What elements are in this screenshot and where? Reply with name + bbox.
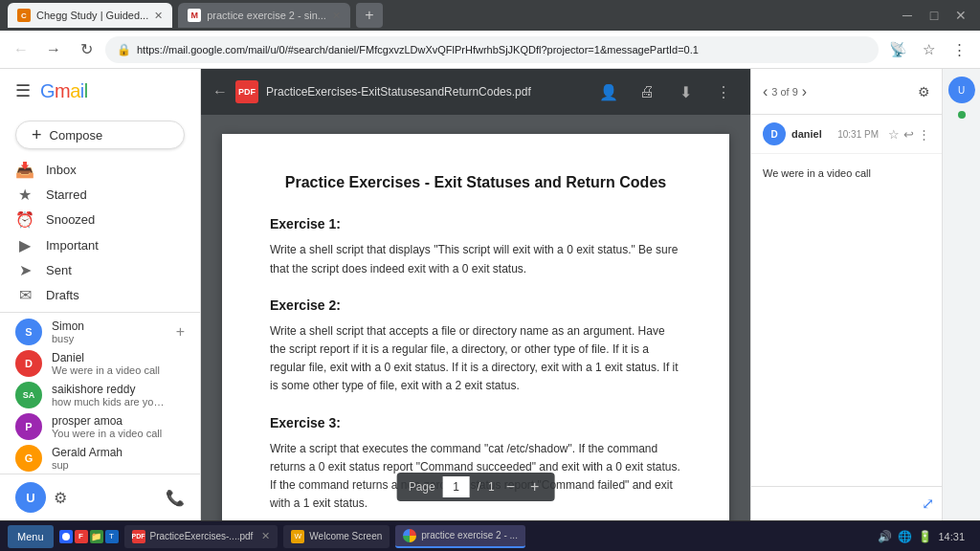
sidebar-item-sent[interactable]: ➤ Sent xyxy=(0,257,185,282)
sidebar-item-drafts[interactable]: ✉ Drafts xyxy=(0,282,185,307)
contact-saikishore[interactable]: SA saikishore reddy how much kids are yo… xyxy=(0,379,200,410)
user-small-avatar[interactable]: U xyxy=(948,77,975,103)
user-avatar[interactable]: U xyxy=(15,482,46,513)
exercise-2-body: Write a shell script that accepts a file… xyxy=(270,322,681,396)
pdf-zoom-out-button[interactable]: − xyxy=(502,476,519,497)
maximize-button[interactable]: □ xyxy=(923,4,946,27)
user-panel: U xyxy=(942,69,980,520)
sidebar-item-important[interactable]: ▶ Important xyxy=(0,232,185,257)
tray-icon-battery[interactable]: 🔋 xyxy=(918,530,932,543)
pdf-page-label: Page xyxy=(409,480,435,494)
gmail-header: ☰ Gmail xyxy=(0,69,200,113)
contact-daniel[interactable]: D Daniel We were in a video call xyxy=(0,347,200,379)
email-nav: ‹ 3 of 9 › xyxy=(763,83,807,100)
email-counter: 3 of 9 xyxy=(771,86,798,98)
pdf-file-icon: PDF xyxy=(235,80,258,103)
cast-button[interactable]: 📡 xyxy=(884,36,911,63)
inbox-icon: 📥 xyxy=(15,161,34,179)
tray-icon-2[interactable]: 🌐 xyxy=(898,530,912,543)
lock-icon: 🔒 xyxy=(117,43,131,56)
taskbar-app-welcome[interactable]: W Welcome Screen xyxy=(283,525,390,548)
hamburger-icon[interactable]: ☰ xyxy=(15,80,31,101)
pdf-page: Practice Exercises - Exit Statuses and R… xyxy=(222,134,729,520)
nav-bar: ← → ↻ 🔒 https://mail.google.com/mail/u/0… xyxy=(0,31,980,69)
tab-gmail-close[interactable]: ✕ xyxy=(332,10,341,22)
forward-button[interactable]: → xyxy=(40,36,67,63)
pdf-person-icon[interactable]: 👤 xyxy=(593,77,624,107)
taskbar-app-chrome[interactable]: practice exercise 2 - ... xyxy=(395,525,525,548)
tab-gmail[interactable]: M practice exercise 2 - sin... ✕ xyxy=(178,3,350,28)
pdf-print-icon[interactable]: 🖨 xyxy=(632,77,662,107)
pdf-page-separator: / xyxy=(478,480,480,494)
sent-icon: ➤ xyxy=(15,261,34,279)
compose-plus-icon: + xyxy=(32,125,42,145)
saikishore-avatar: SA xyxy=(15,382,42,408)
menu-button[interactable]: ⋮ xyxy=(946,36,972,63)
taskbar-app-pdf[interactable]: PDF PracticeExercises-....pdf ✕ xyxy=(124,525,278,548)
close-button[interactable]: ✕ xyxy=(949,4,972,27)
chrome-taskbar-icon xyxy=(403,529,416,542)
sidebar-item-starred[interactable]: ★ Starred xyxy=(0,182,185,207)
daniel-avatar: D xyxy=(15,350,42,377)
tab-chegg[interactable]: C Chegg Study | Guided... ✕ xyxy=(8,3,172,28)
quicklaunch-icon-3[interactable]: 📁 xyxy=(90,530,103,543)
contact-gerald[interactable]: G Gerald Armah sup xyxy=(0,442,200,474)
new-tab-button[interactable]: + xyxy=(356,3,383,28)
prosper-name: prosper amoa xyxy=(52,414,185,428)
compose-button[interactable]: + Compose xyxy=(15,121,185,149)
expand-email-button[interactable]: ⤢ xyxy=(922,495,934,513)
prosper-info: prosper amoa You were in a video call xyxy=(52,414,185,439)
user-status-dot xyxy=(958,111,966,119)
pdf-nav-bar: Page / 1 − + xyxy=(397,473,555,501)
email-settings-button[interactable]: ⚙ xyxy=(918,84,930,99)
simon-preview: busy xyxy=(52,333,167,344)
sidebar-item-snoozed[interactable]: ⏰ Snoozed xyxy=(0,208,185,232)
star-email-icon[interactable]: ☆ xyxy=(888,127,900,142)
contact-prosper[interactable]: P prosper amoa You were in a video call xyxy=(0,410,200,442)
pdf-more-icon[interactable]: ⋮ xyxy=(708,77,739,107)
pdf-close-icon[interactable]: ✕ xyxy=(261,530,270,542)
start-button[interactable]: Menu xyxy=(8,525,54,548)
email-next-button[interactable]: › xyxy=(802,83,807,100)
sidebar-item-inbox[interactable]: 📥 Inbox xyxy=(0,157,185,182)
refresh-button[interactable]: ↻ xyxy=(73,36,100,63)
email-panel-actions: ⚙ xyxy=(918,84,930,99)
compose-label: Compose xyxy=(50,128,103,143)
gmail-logo: Gmail xyxy=(40,80,88,102)
gerald-avatar: G xyxy=(15,445,42,472)
email-actions: ☆ ↩ ⋮ xyxy=(888,127,930,142)
contact-simon[interactable]: S Simon busy + xyxy=(0,317,200,348)
reply-email-icon[interactable]: ↩ xyxy=(903,127,914,142)
quicklaunch-icon-4[interactable]: T xyxy=(105,530,119,543)
quicklaunch-icon-1[interactable] xyxy=(59,530,73,543)
pdf-back-icon[interactable]: ← xyxy=(212,83,228,100)
start-label: Menu xyxy=(17,531,44,542)
tray-icon-1[interactable]: 🔊 xyxy=(878,530,892,543)
saikishore-name: saikishore reddy xyxy=(52,383,185,396)
quicklaunch-icon-2[interactable]: F xyxy=(75,530,88,543)
snoozed-label: Snoozed xyxy=(46,212,95,227)
inbox-label: Inbox xyxy=(46,163,77,177)
browser-frame: C Chegg Study | Guided... ✕ M practice e… xyxy=(0,0,980,551)
chegg-favicon: C xyxy=(17,9,31,22)
pdf-download-icon[interactable]: ⬇ xyxy=(670,77,701,107)
drafts-label: Drafts xyxy=(46,288,79,302)
email-sender-avatar: D xyxy=(763,122,786,145)
phone-icon[interactable]: 📞 xyxy=(166,489,185,507)
minimize-button[interactable]: ─ xyxy=(896,4,919,27)
address-bar[interactable]: 🔒 https://mail.google.com/mail/u/0/#sear… xyxy=(105,36,879,63)
bookmark-button[interactable]: ☆ xyxy=(915,36,942,63)
drafts-icon: ✉ xyxy=(15,286,34,304)
settings-icon[interactable]: ⚙ xyxy=(54,489,67,507)
email-prev-button[interactable]: ‹ xyxy=(763,83,768,100)
tab-chegg-close[interactable]: ✕ xyxy=(154,10,163,22)
more-email-icon[interactable]: ⋮ xyxy=(918,127,930,142)
important-icon: ▶ xyxy=(15,236,34,254)
back-button[interactable]: ← xyxy=(8,36,34,63)
taskbar-quicklaunch: F 📁 T xyxy=(59,530,119,543)
pdf-page-input[interactable] xyxy=(443,476,470,497)
exercise-1-body: Write a shell script that displays "This… xyxy=(270,241,681,277)
pdf-zoom-in-button[interactable]: + xyxy=(526,476,543,497)
gmail-favicon: M xyxy=(188,9,201,22)
simon-add-icon[interactable]: + xyxy=(176,323,185,341)
